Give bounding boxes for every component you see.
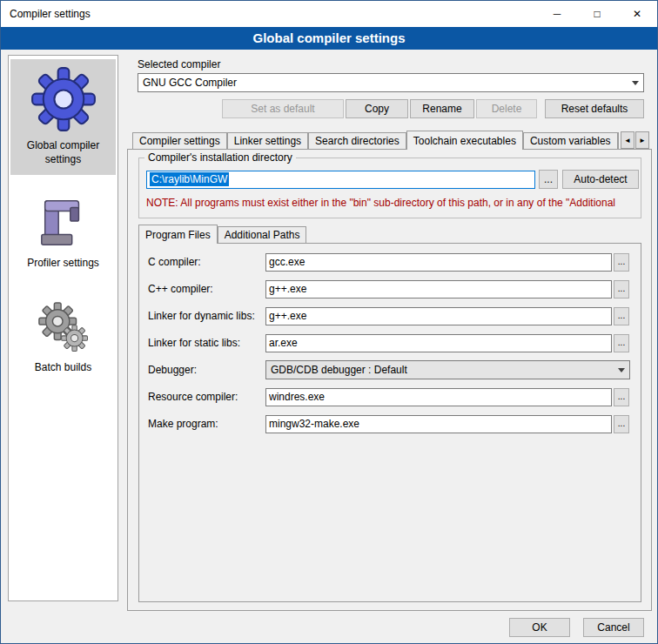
blue-gear-icon [30,66,97,132]
selected-compiler-value: GNU GCC Compiler [138,77,628,89]
c-compiler-label: C compiler: [148,256,265,268]
make-program-label: Make program: [148,418,265,430]
cpp-compiler-browse-button[interactable]: ... [614,280,629,299]
tab-toolchain-executables[interactable]: Toolchain executables [406,131,523,150]
field-row-static-linker: Linker for static libs: ... [148,333,641,352]
tab-scroll-buttons: ◄ ► [621,131,649,149]
sidebar-item-label: Global compiler settings [12,139,114,166]
arrow-left-icon: ◄ [624,137,631,144]
c-compiler-browse-button[interactable]: ... [614,253,629,272]
maximize-button[interactable]: □ [577,1,617,27]
debugger-value: GDB/CDB debugger : Default [266,364,614,376]
debugger-label: Debugger: [148,364,265,376]
compiler-settings-dialog: Compiler settings ─ □ ✕ Global compiler … [0,0,658,644]
dynamic-linker-label: Linker for dynamic libs: [148,310,265,322]
compiler-button-row: Set as default Copy Rename Delete Reset … [138,99,644,118]
delete-button[interactable]: Delete [476,99,537,118]
tab-scroll-left-button[interactable]: ◄ [621,131,634,149]
installation-directory-group: Compiler's installation directory C:\ray… [138,158,641,218]
chevron-down-icon [618,368,625,372]
profiler-tool-icon [37,196,91,250]
reset-defaults-button[interactable]: Reset defaults [545,99,644,118]
field-row-resource-compiler: Resource compiler: ... [148,387,641,406]
sidebar-item-profiler-settings[interactable]: Profiler settings [10,189,116,279]
maximize-icon: □ [594,8,600,20]
installation-directory-browse-button[interactable]: ... [539,170,558,189]
program-files-panel: C compiler: ... C++ compiler: ... Linker… [138,243,641,602]
arrow-right-icon: ► [639,137,646,144]
window-title: Compiler settings [1,8,91,20]
tab-compiler-settings[interactable]: Compiler settings [132,132,227,149]
field-row-debugger: Debugger: GDB/CDB debugger : Default [148,360,641,379]
selected-compiler-dropdown[interactable]: GNU GCC Compiler [138,73,644,92]
dialog-footer: OK Cancel [509,618,644,637]
field-row-dynamic-linker: Linker for dynamic libs: ... [148,306,641,325]
tab-linker-settings[interactable]: Linker settings [227,132,308,149]
minimize-icon: ─ [554,8,561,20]
cancel-button[interactable]: Cancel [583,618,644,637]
make-program-input[interactable] [265,415,612,433]
sidebar-item-label: Batch builds [35,361,91,375]
installation-directory-input[interactable]: C:\raylib\MinGW [146,171,535,189]
dynamic-linker-browse-button[interactable]: ... [614,307,629,325]
field-row-make-program: Make program: ... [148,414,641,433]
close-button[interactable]: ✕ [617,1,657,27]
field-row-cpp-compiler: C++ compiler: ... [148,279,641,299]
cpp-compiler-label: C++ compiler: [148,283,265,295]
rename-button[interactable]: Rename [410,99,474,118]
copy-button[interactable]: Copy [346,99,408,118]
ok-button[interactable]: OK [509,618,570,637]
resource-compiler-input[interactable] [265,388,612,406]
tab-additional-paths[interactable]: Additional Paths [218,226,307,243]
titlebar[interactable]: Compiler settings ─ □ ✕ [1,1,657,27]
installation-directory-value: C:\raylib\MinGW [150,172,229,186]
bin-subdirectory-note: NOTE: All programs must exist either in … [146,197,637,209]
installation-directory-row: C:\raylib\MinGW ... Auto-detect [146,170,639,189]
dropdown-button[interactable] [628,74,643,91]
auto-detect-button[interactable]: Auto-detect [562,170,639,189]
gray-gears-icon [37,300,91,354]
debugger-dropdown[interactable]: GDB/CDB debugger : Default [265,360,630,379]
tab-build-options[interactable]: Buil [618,132,619,149]
installation-directory-title: Compiler's installation directory [144,151,296,164]
tab-custom-variables[interactable]: Custom variables [523,132,618,149]
sidebar-item-global-compiler-settings[interactable]: Global compiler settings [10,59,116,175]
set-as-default-button[interactable]: Set as default [222,99,344,118]
page-title: Global compiler settings [1,27,657,50]
toolchain-executables-panel: Compiler's installation directory C:\ray… [127,149,652,611]
dialog-content: Global compiler settings Profiler settin… [1,50,657,643]
static-linker-label: Linker for static libs: [148,337,265,349]
make-program-browse-button[interactable]: ... [614,415,629,433]
settings-tabstrip: Compiler settings Linker settings Search… [132,131,619,150]
sidebar: Global compiler settings Profiler settin… [8,55,118,601]
static-linker-browse-button[interactable]: ... [614,334,629,352]
tab-search-directories[interactable]: Search directories [308,132,406,149]
sidebar-item-label: Profiler settings [27,257,99,271]
resource-compiler-browse-button[interactable]: ... [614,388,629,406]
tab-program-files[interactable]: Program Files [138,225,218,244]
minimize-button[interactable]: ─ [537,1,577,27]
dropdown-button[interactable] [614,361,629,379]
resource-compiler-label: Resource compiler: [148,391,265,403]
window-controls: ─ □ ✕ [537,1,657,27]
close-icon: ✕ [633,8,641,20]
tab-scroll-right-button[interactable]: ► [635,131,649,149]
field-row-c-compiler: C compiler: ... [148,252,641,272]
selected-compiler-label: Selected compiler [138,58,220,70]
static-linker-input[interactable] [265,334,612,352]
sidebar-item-batch-builds[interactable]: Batch builds [10,293,116,384]
cpp-compiler-input[interactable] [265,280,612,299]
c-compiler-input[interactable] [265,253,612,272]
chevron-down-icon [632,81,639,85]
program-files-tabstrip: Program Files Additional Paths [138,225,306,244]
dynamic-linker-input[interactable] [265,307,612,325]
